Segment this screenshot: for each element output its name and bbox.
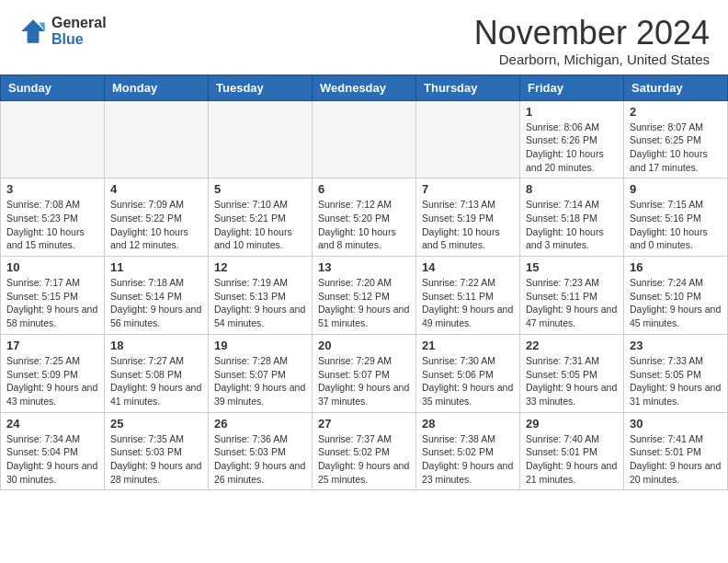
day-info: Sunrise: 7:23 AMSunset: 5:11 PMDaylight:… xyxy=(526,276,618,330)
day-info: Sunrise: 7:20 AMSunset: 5:12 PMDaylight:… xyxy=(318,276,410,330)
page-header: General Blue November 2024 Dearborn, Mic… xyxy=(0,0,728,75)
location-text: Dearborn, Michigan, United States xyxy=(474,52,710,67)
calendar-day-cell: 10Sunrise: 7:17 AMSunset: 5:15 PMDayligh… xyxy=(1,257,105,335)
day-number: 28 xyxy=(422,417,514,431)
day-number: 19 xyxy=(214,339,306,352)
day-number: 8 xyxy=(526,182,618,196)
logo: General Blue xyxy=(18,15,107,47)
calendar-week-row: 10Sunrise: 7:17 AMSunset: 5:15 PMDayligh… xyxy=(1,257,728,335)
day-number: 9 xyxy=(630,182,722,196)
day-info: Sunrise: 8:07 AMSunset: 6:25 PMDaylight:… xyxy=(630,121,722,175)
day-info: Sunrise: 8:06 AMSunset: 6:26 PMDaylight:… xyxy=(526,121,618,175)
day-number: 6 xyxy=(318,182,410,196)
day-info: Sunrise: 7:15 AMSunset: 5:16 PMDaylight:… xyxy=(630,198,722,252)
calendar-day-cell: 13Sunrise: 7:20 AMSunset: 5:12 PMDayligh… xyxy=(313,257,416,335)
day-info: Sunrise: 7:12 AMSunset: 5:20 PMDaylight:… xyxy=(318,198,410,252)
day-info: Sunrise: 7:14 AMSunset: 5:18 PMDaylight:… xyxy=(526,198,618,252)
day-info: Sunrise: 7:08 AMSunset: 5:23 PMDaylight:… xyxy=(6,198,98,252)
day-number: 17 xyxy=(6,339,98,352)
calendar-week-row: 17Sunrise: 7:25 AMSunset: 5:09 PMDayligh… xyxy=(1,334,728,412)
logo-icon xyxy=(18,17,48,46)
logo-blue-text: Blue xyxy=(51,31,107,48)
month-title: November 2024 xyxy=(474,15,710,52)
day-number: 11 xyxy=(110,260,202,274)
day-info: Sunrise: 7:22 AMSunset: 5:11 PMDaylight:… xyxy=(422,276,514,330)
calendar-day-cell: 1Sunrise: 8:06 AMSunset: 6:26 PMDaylight… xyxy=(520,100,624,178)
calendar-day-cell: 24Sunrise: 7:34 AMSunset: 5:04 PMDayligh… xyxy=(1,412,105,490)
day-info: Sunrise: 7:31 AMSunset: 5:05 PMDaylight:… xyxy=(526,354,618,408)
day-number: 23 xyxy=(630,339,722,352)
col-tuesday: Tuesday xyxy=(209,75,313,100)
day-number: 3 xyxy=(6,182,98,196)
day-number: 10 xyxy=(6,260,98,274)
calendar-day-cell: 4Sunrise: 7:09 AMSunset: 5:22 PMDaylight… xyxy=(105,178,209,257)
day-info: Sunrise: 7:27 AMSunset: 5:08 PMDaylight:… xyxy=(110,354,202,408)
day-info: Sunrise: 7:33 AMSunset: 5:05 PMDaylight:… xyxy=(630,354,722,408)
calendar-day-cell: 28Sunrise: 7:38 AMSunset: 5:02 PMDayligh… xyxy=(416,412,520,490)
calendar-day-cell: 21Sunrise: 7:30 AMSunset: 5:06 PMDayligh… xyxy=(416,334,520,412)
day-info: Sunrise: 7:09 AMSunset: 5:22 PMDaylight:… xyxy=(110,198,202,252)
day-number: 4 xyxy=(110,182,202,196)
calendar-day-cell: 14Sunrise: 7:22 AMSunset: 5:11 PMDayligh… xyxy=(416,257,520,335)
calendar-week-row: 3Sunrise: 7:08 AMSunset: 5:23 PMDaylight… xyxy=(1,178,728,257)
day-info: Sunrise: 7:40 AMSunset: 5:01 PMDaylight:… xyxy=(526,432,618,487)
col-thursday: Thursday xyxy=(416,75,520,100)
calendar-table: Sunday Monday Tuesday Wednesday Thursday… xyxy=(0,75,728,491)
day-number: 25 xyxy=(110,417,202,431)
calendar-day-cell: 23Sunrise: 7:33 AMSunset: 5:05 PMDayligh… xyxy=(624,334,728,412)
day-number: 29 xyxy=(526,417,618,431)
day-number: 16 xyxy=(630,260,722,274)
day-info: Sunrise: 7:17 AMSunset: 5:15 PMDaylight:… xyxy=(6,276,98,330)
col-sunday: Sunday xyxy=(1,75,105,100)
calendar-day-cell: 27Sunrise: 7:37 AMSunset: 5:02 PMDayligh… xyxy=(313,412,416,490)
col-monday: Monday xyxy=(105,75,209,100)
calendar-day-cell: 22Sunrise: 7:31 AMSunset: 5:05 PMDayligh… xyxy=(520,334,624,412)
day-number: 22 xyxy=(526,339,618,352)
calendar-day-cell: 3Sunrise: 7:08 AMSunset: 5:23 PMDaylight… xyxy=(1,178,105,257)
day-info: Sunrise: 7:19 AMSunset: 5:13 PMDaylight:… xyxy=(214,276,306,330)
calendar-day-cell: 6Sunrise: 7:12 AMSunset: 5:20 PMDaylight… xyxy=(313,178,416,257)
day-info: Sunrise: 7:25 AMSunset: 5:09 PMDaylight:… xyxy=(6,354,98,408)
day-number: 14 xyxy=(422,260,514,274)
day-info: Sunrise: 7:37 AMSunset: 5:02 PMDaylight:… xyxy=(318,432,410,487)
day-number: 12 xyxy=(214,260,306,274)
calendar-day-cell xyxy=(416,100,520,178)
col-wednesday: Wednesday xyxy=(313,75,416,100)
day-info: Sunrise: 7:28 AMSunset: 5:07 PMDaylight:… xyxy=(214,354,306,408)
calendar-day-cell: 20Sunrise: 7:29 AMSunset: 5:07 PMDayligh… xyxy=(313,334,416,412)
day-number: 30 xyxy=(630,417,722,431)
calendar-header-row: Sunday Monday Tuesday Wednesday Thursday… xyxy=(1,75,728,100)
day-number: 27 xyxy=(318,417,410,431)
calendar-day-cell xyxy=(1,100,105,178)
day-number: 21 xyxy=(422,339,514,352)
calendar-week-row: 24Sunrise: 7:34 AMSunset: 5:04 PMDayligh… xyxy=(1,412,728,490)
day-number: 18 xyxy=(110,339,202,352)
day-info: Sunrise: 7:36 AMSunset: 5:03 PMDaylight:… xyxy=(214,432,306,487)
calendar-day-cell: 19Sunrise: 7:28 AMSunset: 5:07 PMDayligh… xyxy=(209,334,313,412)
day-number: 7 xyxy=(422,182,514,196)
day-info: Sunrise: 7:10 AMSunset: 5:21 PMDaylight:… xyxy=(214,198,306,252)
day-info: Sunrise: 7:18 AMSunset: 5:14 PMDaylight:… xyxy=(110,276,202,330)
day-info: Sunrise: 7:35 AMSunset: 5:03 PMDaylight:… xyxy=(110,432,202,487)
calendar-day-cell: 2Sunrise: 8:07 AMSunset: 6:25 PMDaylight… xyxy=(624,100,728,178)
calendar-day-cell: 11Sunrise: 7:18 AMSunset: 5:14 PMDayligh… xyxy=(105,257,209,335)
col-saturday: Saturday xyxy=(624,75,728,100)
day-number: 1 xyxy=(526,105,618,119)
col-friday: Friday xyxy=(520,75,624,100)
day-number: 13 xyxy=(318,260,410,274)
day-number: 5 xyxy=(214,182,306,196)
calendar-week-row: 1Sunrise: 8:06 AMSunset: 6:26 PMDaylight… xyxy=(1,100,728,178)
day-info: Sunrise: 7:29 AMSunset: 5:07 PMDaylight:… xyxy=(318,354,410,408)
day-info: Sunrise: 7:41 AMSunset: 5:01 PMDaylight:… xyxy=(630,432,722,487)
calendar-day-cell: 16Sunrise: 7:24 AMSunset: 5:10 PMDayligh… xyxy=(624,257,728,335)
day-info: Sunrise: 7:13 AMSunset: 5:19 PMDaylight:… xyxy=(422,198,514,252)
day-info: Sunrise: 7:30 AMSunset: 5:06 PMDaylight:… xyxy=(422,354,514,408)
calendar-day-cell: 29Sunrise: 7:40 AMSunset: 5:01 PMDayligh… xyxy=(520,412,624,490)
calendar-day-cell: 30Sunrise: 7:41 AMSunset: 5:01 PMDayligh… xyxy=(624,412,728,490)
calendar-day-cell: 26Sunrise: 7:36 AMSunset: 5:03 PMDayligh… xyxy=(209,412,313,490)
day-number: 20 xyxy=(318,339,410,352)
calendar-day-cell: 7Sunrise: 7:13 AMSunset: 5:19 PMDaylight… xyxy=(416,178,520,257)
calendar-day-cell xyxy=(105,100,209,178)
day-number: 26 xyxy=(214,417,306,431)
calendar-day-cell xyxy=(209,100,313,178)
